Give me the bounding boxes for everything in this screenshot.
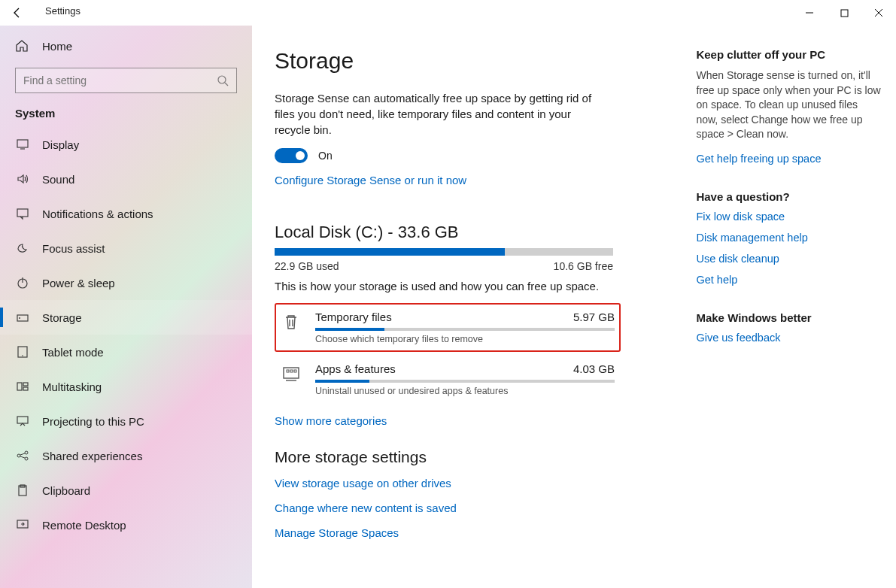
disk-used-label: 22.9 GB used [275, 260, 339, 272]
category-temporary-files[interactable]: Temporary files 5.97 GB Choose which tem… [275, 303, 621, 352]
svg-rect-8 [17, 209, 28, 217]
svg-rect-17 [23, 387, 28, 390]
use-disk-cleanup-link[interactable]: Use disk cleanup [696, 253, 881, 265]
category-name: Apps & features [315, 362, 396, 375]
close-button[interactable] [861, 0, 896, 26]
svg-point-21 [25, 457, 28, 460]
sidebar-item-label: Projecting to this PC [42, 415, 144, 428]
sidebar-item-tablet-mode[interactable]: Tablet mode [0, 335, 252, 369]
toggle-label: On [318, 150, 333, 162]
arrow-left-icon [11, 7, 23, 19]
notifications-icon [15, 207, 30, 220]
sound-icon [15, 172, 30, 186]
sidebar-item-notifications[interactable]: Notifications & actions [0, 196, 252, 231]
title-bar: Settings [0, 0, 896, 26]
svg-rect-6 [17, 140, 28, 147]
svg-line-5 [225, 83, 228, 86]
disk-heading: Local Disk (C:) - 33.6 GB [275, 223, 673, 242]
sidebar-item-multitasking[interactable]: Multitasking [0, 369, 252, 404]
back-button[interactable] [0, 0, 34, 26]
sidebar-item-remote-desktop[interactable]: Remote Desktop [0, 508, 252, 542]
page-title: Storage [275, 48, 673, 74]
show-more-categories-link[interactable]: Show more categories [275, 414, 387, 427]
home-label: Home [42, 40, 72, 53]
remote-desktop-icon [15, 518, 30, 532]
display-icon [15, 138, 30, 151]
svg-point-4 [218, 76, 226, 83]
svg-rect-1 [841, 10, 848, 17]
category-size: 5.97 GB [573, 311, 615, 323]
section-label: System [0, 101, 252, 127]
category-hint: Choose which temporary files to remove [315, 334, 615, 344]
nav-list: Display Sound Notifications & actions Fo… [0, 127, 252, 542]
disk-usage-bar [275, 248, 613, 256]
view-storage-other-drives-link[interactable]: View storage usage on other drives [275, 477, 673, 489]
sidebar-item-label: Storage [42, 311, 82, 324]
svg-rect-31 [294, 370, 296, 372]
more-storage-heading: More storage settings [275, 448, 673, 466]
search-box[interactable] [15, 68, 237, 93]
change-new-content-link[interactable]: Change where new content is saved [275, 502, 673, 514]
search-input[interactable] [23, 74, 204, 86]
sidebar-item-label: Tablet mode [42, 346, 104, 359]
sidebar-item-power-sleep[interactable]: Power & sleep [0, 265, 252, 300]
sidebar-item-shared-experiences[interactable]: Shared experiences [0, 438, 252, 473]
category-size: 4.03 GB [573, 362, 615, 375]
sidebar-item-sound[interactable]: Sound [0, 162, 252, 196]
focus-assist-icon [15, 241, 30, 255]
sidebar-item-label: Focus assist [42, 242, 105, 255]
main-content: Storage Storage Sense can automatically … [252, 26, 896, 588]
maximize-icon [840, 9, 849, 17]
storage-icon [15, 311, 30, 324]
maximize-button[interactable] [827, 0, 861, 26]
svg-rect-30 [290, 370, 293, 372]
storage-sense-toggle[interactable] [275, 148, 308, 163]
svg-point-19 [17, 454, 20, 457]
disk-management-help-link[interactable]: Disk management help [696, 232, 881, 244]
svg-line-23 [20, 456, 25, 458]
minimize-button[interactable] [792, 0, 827, 26]
projecting-icon [15, 414, 30, 428]
fix-low-disk-space-link[interactable]: Fix low disk space [696, 211, 881, 223]
clutter-body: When Storage sense is turned on, it'll f… [696, 68, 881, 142]
sidebar-item-projecting[interactable]: Projecting to this PC [0, 404, 252, 438]
intro-text: Storage Sense can automatically free up … [275, 90, 598, 138]
svg-rect-18 [17, 417, 28, 423]
sidebar-item-storage[interactable]: Storage [0, 300, 252, 335]
apps-icon [281, 364, 302, 383]
usage-description: This is how your storage is used and how… [275, 280, 673, 292]
aside-column: Keep clutter off your PC When Storage se… [696, 48, 881, 588]
sidebar-item-label: Sound [42, 173, 74, 186]
disk-free-label: 10.6 GB free [554, 260, 613, 272]
give-feedback-link[interactable]: Give us feedback [696, 332, 881, 344]
feedback-title: Make Windows better [696, 311, 881, 324]
sidebar: Home System Display Sound Notifications … [0, 26, 252, 588]
get-help-freeing-space-link[interactable]: Get help freeing up space [696, 153, 881, 165]
sidebar-item-focus-assist[interactable]: Focus assist [0, 231, 252, 265]
minimize-icon [805, 8, 814, 17]
sidebar-item-label: Clipboard [42, 484, 90, 497]
power-icon [15, 276, 30, 289]
get-help-link[interactable]: Get help [696, 274, 881, 286]
svg-rect-15 [17, 383, 22, 390]
shared-experiences-icon [15, 449, 30, 462]
sidebar-item-label: Power & sleep [42, 277, 115, 289]
sidebar-item-label: Multitasking [42, 380, 102, 393]
category-apps-features[interactable]: Apps & features 4.03 GB Uninstall unused… [275, 355, 621, 404]
manage-storage-spaces-link[interactable]: Manage Storage Spaces [275, 526, 673, 539]
home-link[interactable]: Home [0, 30, 252, 62]
clutter-title: Keep clutter off your PC [696, 48, 881, 61]
svg-point-14 [22, 355, 23, 356]
svg-line-22 [20, 453, 25, 455]
configure-storage-sense-link[interactable]: Configure Storage Sense or run it now [275, 174, 466, 186]
home-icon [15, 39, 30, 53]
clipboard-icon [15, 483, 30, 497]
svg-point-12 [19, 317, 20, 319]
sidebar-item-label: Display [42, 138, 79, 151]
category-name: Temporary files [315, 311, 392, 323]
sidebar-item-label: Notifications & actions [42, 208, 153, 220]
sidebar-item-display[interactable]: Display [0, 127, 252, 162]
svg-rect-27 [284, 368, 299, 378]
category-bar [315, 328, 615, 331]
sidebar-item-clipboard[interactable]: Clipboard [0, 473, 252, 508]
